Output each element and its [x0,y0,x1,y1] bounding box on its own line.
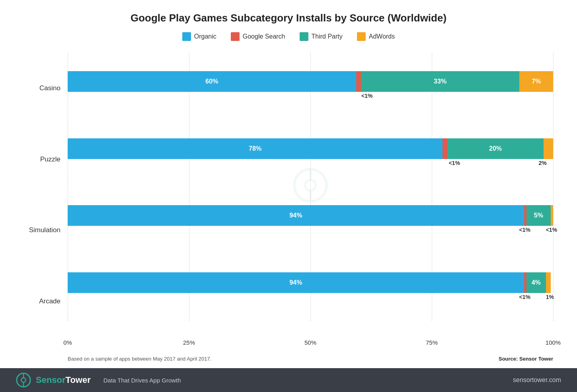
bottom-bar: SensorTower Data That Drives App Growth … [0,368,577,392]
bottom-bar-left: SensorTower Data That Drives App Growth [16,373,181,388]
legend-item: AdWords [357,32,395,41]
x-axis-tick: 25% [183,339,195,346]
chart-area: CasinoPuzzleSimulationArcade [24,53,553,353]
legend-color [182,32,191,41]
y-axis-label: Simulation [24,226,68,234]
below-bar-label: <1% [546,227,557,233]
bar-segment-third: 5% [526,205,551,226]
legend-color [357,32,366,41]
below-bar-labels: <1%1% [68,294,553,303]
source-label: Source: Sensor Tower [499,356,553,362]
bar-segment-adwords: 7% [519,71,553,92]
bar-segment-third: 4% [526,272,546,293]
bar-group: 94%4%<1%1% [68,272,553,303]
x-axis: 0%25%50%75%100% [68,337,553,353]
bar-row: 78%20% [68,138,553,159]
bar-segment-adwords [546,272,551,293]
below-bar-label: <1% [519,227,530,233]
bar-segment-organic: 60% [68,71,356,92]
bar-segment-third: 33% [361,71,520,92]
bar-group: 78%20%<1%2% [68,138,553,169]
x-axis-tick: 100% [546,339,561,346]
bar-row: 94%5% [68,205,553,226]
bar-segment-organic: 94% [68,205,524,226]
bottom-logo-icon [16,373,31,388]
bar-row: 60%33%7% [68,71,553,92]
below-bar-label: <1% [361,93,372,99]
bar-segment-third: 20% [447,138,544,159]
below-bar-label: <1% [449,160,460,166]
bar-segment-organic: 78% [68,138,442,159]
x-axis-tick: 75% [426,339,438,346]
bar-group: 60%33%7%<1% [68,71,553,101]
y-axis-labels: CasinoPuzzleSimulationArcade [24,53,68,353]
x-axis-tick: 0% [63,339,72,346]
below-bar-label: <1% [519,294,530,300]
y-axis-label: Arcade [24,297,68,305]
footnote: Based on a sample of apps between May 20… [68,356,211,362]
legend-color [231,32,240,41]
legend-label: AdWords [369,33,395,40]
x-axis-tick: 50% [304,339,316,346]
svg-point-0 [294,169,327,202]
bar-segment-organic: 94% [68,272,524,293]
legend-label: Google Search [243,33,285,40]
bar-segment-google [442,138,447,159]
below-bar-label: 2% [538,160,546,166]
below-bar-labels: <1%<1% [68,227,553,235]
bottom-brand-text: SensorTower [36,375,91,385]
y-axis-label: Casino [24,84,68,92]
bar-segment-google [356,71,361,92]
bar-segment-adwords [544,138,553,159]
y-axis-label: Puzzle [24,155,68,163]
legend-label: Organic [194,33,216,40]
legend-item: Third Party [300,32,343,41]
chart-title: Google Play Games Subcategory Installs b… [24,12,553,24]
svg-point-5 [21,378,25,382]
legend: OrganicGoogle SearchThird PartyAdWords [24,32,553,41]
svg-point-1 [305,180,316,191]
legend-item: Organic [182,32,216,41]
legend-item: Google Search [231,32,285,41]
chart-inner: SensorTower 60%33%7%<1%78%20%<1%2%94%5%<… [68,53,553,353]
bottom-url: sensortower.com [513,376,561,384]
legend-color [300,32,308,41]
bar-group: 94%5%<1%<1% [68,205,553,235]
below-bar-label: 1% [546,294,554,300]
bottom-tagline: Data That Drives App Growth [103,377,181,384]
main-content: Google Play Games Subcategory Installs b… [0,0,577,368]
legend-label: Third Party [312,33,343,40]
footer-notes: Based on a sample of apps between May 20… [24,353,553,364]
bar-row: 94%4% [68,272,553,293]
gridline [553,53,554,321]
below-bar-labels: <1%2% [68,160,553,169]
below-bar-labels: <1% [68,93,553,101]
bar-segment-adwords [551,205,553,226]
gridlines-and-bars: SensorTower 60%33%7%<1%78%20%<1%2%94%5%<… [68,53,553,337]
